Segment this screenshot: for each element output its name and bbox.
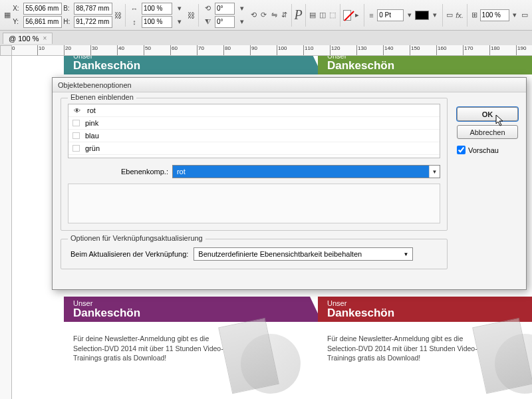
- y-field[interactable]: [23, 16, 62, 28]
- rotation-field[interactable]: [215, 3, 235, 15]
- ruler-tick: 80: [223, 45, 231, 56]
- fit-icon[interactable]: ⊞: [469, 9, 478, 21]
- scale-x-field[interactable]: [142, 3, 172, 15]
- dropdown-icon[interactable]: ▾: [430, 9, 439, 21]
- card-body-text: Für deine Newsletter-Anmeldung gibt es d…: [327, 334, 487, 394]
- ruler-tick: 90: [250, 45, 257, 56]
- text-wrap-icon[interactable]: ▭: [521, 9, 529, 21]
- layer-comp-combo[interactable]: rot ▼: [172, 165, 440, 178]
- vertical-ruler[interactable]: [0, 56, 12, 399]
- horizontal-ruler[interactable]: 0102030405060708090100110120130140150160…: [12, 45, 532, 56]
- layer-name: rot: [87, 106, 96, 114]
- ruler-tick: 110: [303, 45, 313, 56]
- reference-point-icon[interactable]: ▦: [3, 9, 11, 21]
- ruler-origin[interactable]: [0, 45, 12, 56]
- rotate-icon: ⟲: [201, 3, 213, 15]
- layer-row[interactable]: blau: [68, 130, 440, 142]
- dvd-image-placeholder: [241, 334, 301, 394]
- ruler-tick: 10: [37, 45, 45, 56]
- stepper-icon[interactable]: ▾: [236, 16, 248, 28]
- ruler-tick: 70: [197, 45, 204, 56]
- update-link-value: Benutzerdefinierte Ebenensichtbarkeit be…: [198, 250, 362, 258]
- paragraph-style-icon[interactable]: P: [295, 7, 303, 23]
- visibility-off-icon[interactable]: [72, 145, 80, 152]
- dvd-image-placeholder: [495, 334, 532, 394]
- document-tab-bar: @ 100 % ×: [0, 31, 532, 45]
- w-field[interactable]: [74, 3, 112, 15]
- stepper-icon[interactable]: ▾: [511, 9, 519, 21]
- scale-y-icon: ↕: [128, 16, 140, 28]
- fill-none-icon[interactable]: [343, 10, 351, 21]
- fx-icon[interactable]: fx.: [455, 9, 464, 21]
- visibility-off-icon[interactable]: [72, 120, 80, 126]
- scale-x-icon: ↔: [128, 3, 140, 15]
- h-field[interactable]: [74, 16, 112, 28]
- link-scale-icon[interactable]: ⛓: [187, 9, 196, 21]
- update-link-label: Beim Aktualisieren der Verknüpfung:: [70, 250, 188, 258]
- visibility-off-icon[interactable]: [72, 132, 80, 139]
- layer-row[interactable]: rot: [68, 104, 440, 117]
- ruler-tick: 170: [463, 45, 473, 56]
- stepper-icon[interactable]: ▾: [405, 9, 414, 21]
- layer-row[interactable]: pink: [68, 117, 440, 130]
- x-field[interactable]: [23, 3, 62, 15]
- select-content-icon[interactable]: ⬚: [329, 9, 337, 21]
- link-wh-icon[interactable]: ⛓: [114, 9, 122, 21]
- ruler-tick: 180: [489, 45, 499, 56]
- stroke-pt-field[interactable]: [377, 9, 404, 21]
- rotate-ccw-icon[interactable]: ⟲: [249, 9, 258, 21]
- show-layers-group: Ebenen einblenden rotpinkblaugrün Ebenen…: [61, 98, 448, 231]
- card-line2: Dankeschön: [73, 60, 303, 72]
- ruler-tick: 150: [410, 45, 420, 56]
- stepper-icon[interactable]: ▾: [174, 3, 186, 15]
- update-link-group: Optionen für Verknüpfungsaktualisierung …: [61, 239, 448, 269]
- layer-name: grün: [85, 144, 100, 152]
- effects-icon[interactable]: ▭: [445, 9, 454, 21]
- ruler-tick: 100: [277, 45, 287, 56]
- update-link-legend: Optionen für Verknüpfungsaktualisierung: [68, 234, 205, 242]
- rotate-cw-icon[interactable]: ⟳: [259, 9, 268, 21]
- ruler-tick: 50: [144, 45, 151, 56]
- arrange-icon[interactable]: ▤: [308, 9, 317, 21]
- cancel-button[interactable]: Abbrechen: [457, 125, 518, 139]
- update-link-combo[interactable]: Benutzerdefinierte Ebenensichtbarkeit be…: [194, 247, 413, 261]
- layer-comp-label: Ebenenkomp.:: [121, 168, 168, 176]
- flip-h-icon[interactable]: ⇋: [269, 9, 278, 21]
- card-line1: Unser: [327, 299, 532, 307]
- ruler-tick: 190: [516, 45, 526, 56]
- preview-checkbox[interactable]: [457, 146, 466, 154]
- card-line1: Unser: [73, 56, 303, 60]
- end-pct-field[interactable]: [480, 9, 509, 21]
- preview-checkbox-row[interactable]: Vorschau: [457, 146, 518, 154]
- stroke-style-swatch[interactable]: [415, 11, 429, 20]
- card-line2: Dankeschön: [73, 307, 303, 320]
- stepper-icon[interactable]: ▾: [174, 16, 186, 28]
- ruler-tick: 130: [356, 45, 366, 56]
- ruler-tick: 40: [117, 45, 124, 56]
- stepper-icon[interactable]: ▾: [236, 3, 248, 15]
- ruler-tick: 20: [64, 45, 71, 56]
- object-layer-options-dialog: Objektebenenoptionen Ebenen einblenden r…: [52, 77, 527, 290]
- select-container-icon[interactable]: ◫: [319, 9, 327, 21]
- ok-button[interactable]: OK: [457, 107, 518, 121]
- document-tab[interactable]: @ 100 % ×: [3, 33, 53, 44]
- ruler-tick: 160: [436, 45, 446, 56]
- preview-label: Vorschau: [468, 146, 499, 154]
- stroke-weight-icon: ≡: [367, 9, 376, 21]
- card-line2: Dankeschön: [327, 307, 532, 320]
- close-icon[interactable]: ×: [43, 35, 47, 42]
- chevron-down-icon[interactable]: ▼: [403, 251, 408, 257]
- chevron-down-icon[interactable]: ▼: [429, 166, 440, 178]
- control-toolbar: ▦ X: Y: B: H: ⛓ ↔▾ ↕▾ ⛓ ⟲▾ ⧨▾ ⟲ ⟳ ⇋ ⇵ P …: [0, 0, 532, 31]
- zoom-label: @ 100 %: [9, 35, 39, 43]
- layer-row[interactable]: grün: [68, 142, 440, 155]
- layer-comp-description: [68, 184, 440, 223]
- layer-list[interactable]: rotpinkblaugrün: [68, 104, 440, 158]
- flip-v-icon[interactable]: ⇵: [280, 9, 289, 21]
- ruler-tick: 60: [170, 45, 178, 56]
- shear-icon: ⧨: [201, 16, 213, 28]
- shear-field[interactable]: [215, 16, 235, 28]
- layer-comp-value: rot: [173, 166, 429, 178]
- scale-y-field[interactable]: [142, 16, 172, 28]
- visibility-on-icon[interactable]: [72, 106, 82, 114]
